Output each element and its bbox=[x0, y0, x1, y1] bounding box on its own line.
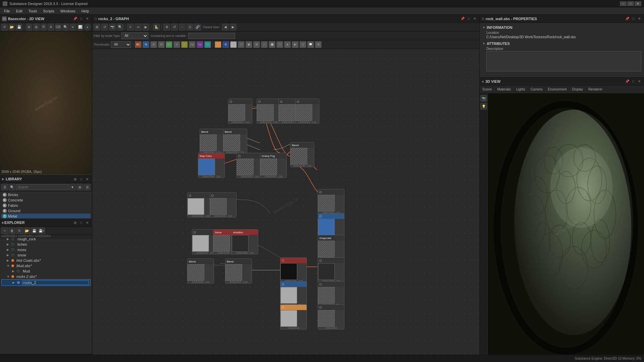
props-desc-textarea[interactable] bbox=[486, 51, 641, 71]
graph-close-btn[interactable]: ✕ bbox=[472, 16, 477, 21]
tree-item-mud[interactable]: ▶ ⬡ Mud bbox=[1, 268, 91, 274]
tree-item-mud-sbs[interactable]: ▼ Mud.sbs* bbox=[1, 263, 91, 268]
explorer-close-btn[interactable]: ✕ bbox=[85, 220, 90, 225]
view2d-channels-btn[interactable]: R bbox=[41, 24, 47, 31]
lib-item-ground[interactable]: ▶ Ground bbox=[1, 208, 91, 214]
maximize-button[interactable]: □ bbox=[627, 1, 634, 6]
chan-basecolor[interactable]: BC bbox=[135, 41, 142, 48]
node-final-2[interactable]: ⬡ 2048x2048 - C26 bbox=[318, 281, 344, 306]
node-blend-2[interactable]: Blend 2048x2048 - C26 bbox=[223, 129, 247, 154]
view3d-tab-materials[interactable]: Materials bbox=[496, 87, 512, 91]
node-final-1[interactable]: ⬡ 2048x2048 - C26 bbox=[280, 281, 307, 306]
chan-more5[interactable]: ⬡ bbox=[276, 41, 283, 48]
chan-more6[interactable]: ◈ bbox=[284, 41, 291, 48]
view2d-pin-btn[interactable]: 📌 bbox=[72, 16, 78, 21]
graph-tb1-arrow-left[interactable]: ◀ bbox=[222, 24, 229, 31]
chan-metal[interactable]: M bbox=[158, 41, 165, 48]
explorer-open-btn[interactable]: 📂 bbox=[23, 227, 30, 234]
lib-filter-btn[interactable]: ▼ bbox=[69, 184, 76, 190]
view3d-pin-btn[interactable]: 📌 bbox=[625, 79, 630, 84]
view2d-zoom-btn[interactable]: 🔍 bbox=[62, 24, 69, 31]
view2d-save-btn[interactable]: 💾 bbox=[16, 24, 22, 31]
chan-more1[interactable]: ▣ bbox=[246, 41, 252, 48]
chan-shape[interactable]: ⬡ bbox=[238, 41, 245, 48]
node-bottom-5[interactable]: AnisBlur 2048x2048 - C26 bbox=[231, 229, 258, 254]
view2d-settings-btn[interactable]: ⚙ bbox=[26, 24, 32, 31]
tree-item-snow[interactable]: ▶ ⬡ snow bbox=[1, 252, 91, 258]
node-output-1[interactable]: ⬡ 2048x2048 - C26 bbox=[318, 189, 344, 214]
view3d-float-btn[interactable]: □ bbox=[631, 79, 636, 84]
tree-item-rough_rock[interactable]: ▶ ⬡ rough_rock bbox=[1, 236, 91, 242]
menu-windows[interactable]: Windows bbox=[58, 7, 78, 14]
chan-opacity[interactable]: Op bbox=[189, 41, 196, 48]
menu-help[interactable]: Help bbox=[79, 7, 92, 14]
graph-tb1-btn9[interactable]: ↺ bbox=[171, 24, 178, 31]
node-bottom-6[interactable]: Blend 2048x2048 - C26 bbox=[187, 258, 214, 284]
filter-type-select[interactable]: All bbox=[121, 33, 148, 39]
node-blue-output[interactable]: ⬡ 2048x2048 - C24 bbox=[318, 213, 344, 238]
node-blend-1[interactable]: Blend 2048x2048 - C26 bbox=[200, 129, 224, 154]
view3d-close-btn[interactable]: ✕ bbox=[637, 79, 642, 84]
chan-normal[interactable]: N bbox=[143, 41, 149, 48]
chan-more2[interactable]: ⊞ bbox=[253, 41, 260, 48]
graph-tb1-btn3[interactable]: 📷 bbox=[109, 24, 116, 31]
tree-item-hotcoals[interactable]: ▶ Hot Coals.sbs* bbox=[1, 258, 91, 263]
menu-tools[interactable]: Tools bbox=[26, 7, 40, 14]
tree-item-rocks2-sbs[interactable]: ▼ rocks 2.sbs* bbox=[1, 274, 91, 279]
graph-tb1-btn11[interactable]: ⊡ bbox=[186, 24, 193, 31]
view3d-tab-display[interactable]: Display bbox=[571, 87, 584, 91]
node-4[interactable]: ⬡ 2048x2048 - C26 bbox=[295, 99, 319, 124]
graph-pin-btn[interactable]: 📌 bbox=[460, 16, 465, 21]
thumbnails-select[interactable]: All bbox=[111, 41, 131, 48]
library-expand-icon[interactable]: ▶ bbox=[2, 177, 4, 181]
menu-scripts[interactable]: Scripts bbox=[40, 7, 57, 14]
close-button[interactable]: ✕ bbox=[635, 1, 641, 6]
tree-item-rocks2[interactable]: ▶ rocks_2 bbox=[1, 279, 91, 286]
node-vbottom-2[interactable]: ⬡ 2048x2048 bbox=[318, 304, 344, 329]
chan-ab2[interactable]: B bbox=[222, 41, 229, 48]
minimize-button[interactable]: ─ bbox=[620, 1, 627, 6]
explorer-refresh-btn[interactable]: ↻ bbox=[16, 227, 23, 234]
tree-item-moss[interactable]: ▶ ⬡ moss bbox=[1, 247, 91, 252]
library-btn1[interactable]: ⊞ bbox=[72, 176, 78, 182]
node-gray-1[interactable]: ⬡ 2048x2048 - C26 bbox=[236, 153, 263, 178]
view2d-circle-btn[interactable]: ● bbox=[84, 24, 91, 31]
lib-item-fabric[interactable]: ▶ Fabric bbox=[1, 203, 91, 208]
chan-rough[interactable]: R bbox=[150, 41, 157, 48]
graph-tb1-arrow-right[interactable]: ▶ bbox=[230, 24, 236, 31]
lib-view-btn1[interactable]: ⊞ bbox=[76, 184, 83, 190]
view2d-channels2-btn[interactable]: GB bbox=[55, 24, 61, 31]
view2d-open-btn[interactable]: 📂 bbox=[9, 24, 15, 31]
chan-emit[interactable]: E bbox=[181, 41, 188, 48]
view2d-grid-btn[interactable]: ⊞ bbox=[33, 24, 40, 31]
chan-more7[interactable]: ▶ bbox=[292, 41, 299, 48]
view2d-float-btn[interactable]: □ bbox=[78, 16, 84, 21]
chan-settings[interactable]: ⚙ bbox=[315, 41, 322, 48]
lib-item-concrete[interactable]: ▶ Concrete bbox=[1, 197, 91, 203]
graph-tb1-btn5[interactable]: ≡ bbox=[127, 24, 134, 31]
graph-tb1-btn6[interactable]: ⇔ bbox=[135, 24, 142, 31]
graph-float-btn[interactable]: □ bbox=[466, 16, 471, 21]
view3d-light-btn[interactable]: 💡 bbox=[480, 103, 487, 110]
chan-spc[interactable]: Sp bbox=[197, 41, 203, 48]
view3d-tab-lights[interactable]: Lights bbox=[516, 87, 526, 91]
chan-ab3[interactable]: A bbox=[230, 41, 237, 48]
explorer-btn2[interactable]: □ bbox=[78, 220, 84, 225]
node-bottom-7[interactable]: Blend 2048x2048 - C26 bbox=[225, 258, 252, 284]
lib-tb-btn2[interactable]: 🔍 bbox=[9, 184, 15, 190]
lib-item-bricks[interactable]: ▶ Bricks bbox=[1, 192, 91, 197]
view2d-canvas[interactable]: www.rrcg.cn 2048 x 2048 (RGBA, 16pc) bbox=[0, 32, 92, 175]
lib-view-btn2[interactable]: ☰ bbox=[84, 184, 91, 190]
view3d-canvas[interactable]: 📷 💡 bbox=[480, 94, 644, 362]
explorer-saveall-btn[interactable]: 💾+ bbox=[38, 227, 45, 234]
view2d-alpha-btn[interactable]: A bbox=[48, 24, 54, 31]
menu-edit[interactable]: Edit bbox=[13, 7, 25, 14]
node-1[interactable]: ⬡ 2048x2048 - C26 bbox=[228, 99, 252, 124]
library-btn2[interactable]: □ bbox=[78, 176, 84, 182]
node-gray-2[interactable]: Grainy Fog 2048x2048 - C26 bbox=[260, 153, 287, 178]
node-dark-output[interactable]: ⬡ 2048x2048 - C26 bbox=[318, 257, 344, 283]
view2d-reset-btn[interactable]: ↺ bbox=[1, 24, 8, 31]
view2d-bar-btn[interactable]: ≡ bbox=[70, 24, 76, 31]
chan-comment[interactable]: 💬 bbox=[307, 41, 314, 48]
explorer-add-btn[interactable]: + bbox=[1, 227, 8, 234]
